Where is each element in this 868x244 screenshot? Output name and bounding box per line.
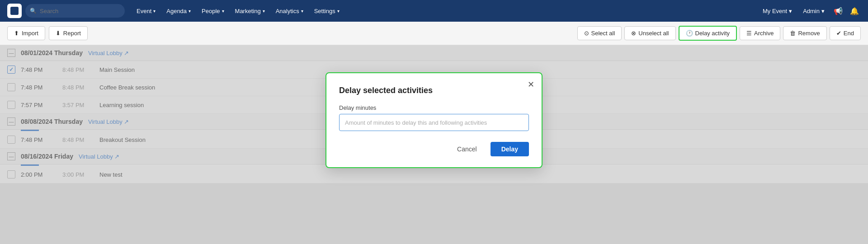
archive-button[interactable]: ☰ Archive <box>740 26 780 40</box>
toolbar: ⬆ Import ⬇ Report ⊙ Select all ⊗ Unselec… <box>0 22 868 45</box>
cancel-button[interactable]: Cancel <box>448 142 486 156</box>
nav-item-settings[interactable]: Settings ▾ <box>310 5 344 17</box>
admin-button[interactable]: Admin ▾ <box>799 6 828 16</box>
chevron-down-icon: ▾ <box>789 8 792 14</box>
nav-right: My Event ▾ Admin ▾ 📢 🔔 <box>759 5 861 17</box>
unselect-all-button[interactable]: ⊗ Unselect all <box>624 26 675 40</box>
nav-item-analytics[interactable]: Analytics ▾ <box>271 5 308 17</box>
my-event-button[interactable]: My Event ▾ <box>759 6 796 16</box>
select-all-button[interactable]: ⊙ Select all <box>577 26 622 40</box>
upload-icon: ⬆ <box>14 30 19 37</box>
chevron-down-icon: ▾ <box>301 9 303 14</box>
import-button[interactable]: ⬆ Import <box>7 26 45 40</box>
chevron-down-icon: ▾ <box>189 9 191 14</box>
top-navigation: 🔍 Event ▾ Agenda ▾ People ▾ Marketing ▾ … <box>0 0 868 22</box>
nav-item-event[interactable]: Event ▾ <box>132 5 160 17</box>
app-logo[interactable] <box>7 4 22 18</box>
chevron-down-icon: ▾ <box>337 9 340 14</box>
delay-minutes-input[interactable] <box>339 114 529 131</box>
modal-overlay: Delay selected activities ✕ Delay minute… <box>0 45 868 244</box>
check-icon: ✔ <box>836 30 841 37</box>
nav-item-agenda[interactable]: Agenda ▾ <box>162 5 195 17</box>
unselect-all-icon: ⊗ <box>631 30 636 37</box>
chevron-down-icon: ▾ <box>222 9 224 14</box>
search-input[interactable] <box>25 4 125 18</box>
archive-icon: ☰ <box>746 30 752 37</box>
trash-icon: 🗑 <box>790 30 796 37</box>
notification-megaphone-icon[interactable]: 📢 <box>832 5 844 17</box>
notification-bell-icon[interactable]: 🔔 <box>848 5 861 17</box>
modal-close-button[interactable]: ✕ <box>528 80 534 89</box>
select-all-icon: ⊙ <box>584 30 589 37</box>
modal-actions: Cancel Delay <box>339 142 529 156</box>
nav-item-people[interactable]: People ▾ <box>197 5 228 17</box>
delay-button[interactable]: Delay <box>491 142 529 156</box>
toolbar-right-actions: ⊙ Select all ⊗ Unselect all 🕐 Delay acti… <box>577 26 861 41</box>
download-icon: ⬇ <box>56 30 61 37</box>
delay-minutes-label: Delay minutes <box>339 104 529 111</box>
nav-menu: Event ▾ Agenda ▾ People ▾ Marketing ▾ An… <box>132 5 755 17</box>
main-content: — 08/01/2024 Thursday Virtual Lobby ↗ 7:… <box>0 45 868 244</box>
search-wrapper: 🔍 <box>25 4 125 18</box>
chevron-down-icon: ▾ <box>821 8 825 14</box>
search-icon: 🔍 <box>30 8 37 14</box>
report-button[interactable]: ⬇ Report <box>49 26 88 40</box>
chevron-down-icon: ▾ <box>153 9 156 14</box>
delay-activities-modal: Delay selected activities ✕ Delay minute… <box>326 72 542 168</box>
nav-item-marketing[interactable]: Marketing ▾ <box>231 5 269 17</box>
clock-icon: 🕐 <box>686 30 693 37</box>
delay-activity-button[interactable]: 🕐 Delay activity <box>679 26 737 41</box>
end-button[interactable]: ✔ End <box>830 26 861 40</box>
chevron-down-icon: ▾ <box>263 9 265 14</box>
remove-button[interactable]: 🗑 Remove <box>783 26 826 40</box>
modal-title: Delay selected activities <box>339 86 529 95</box>
